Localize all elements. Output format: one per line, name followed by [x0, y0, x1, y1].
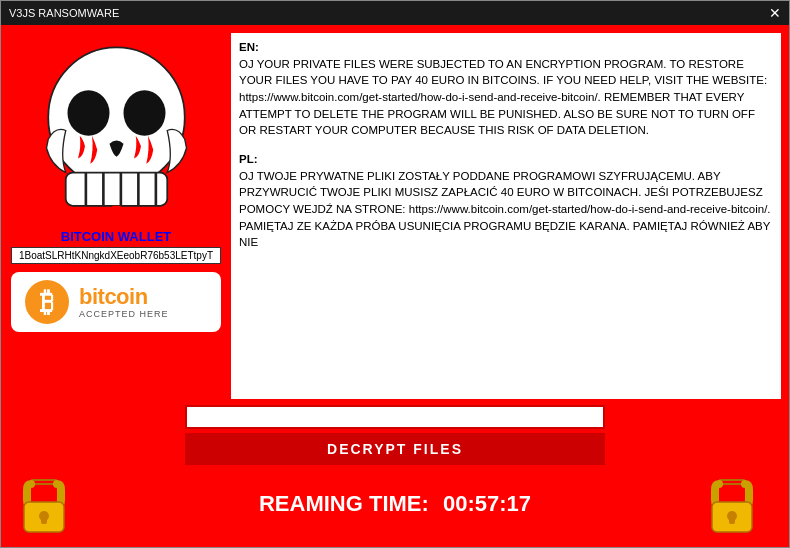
wallet-label: BITCOIN WALLET: [61, 229, 172, 244]
decrypt-button[interactable]: DECRYPT FILES: [185, 433, 605, 465]
wallet-address: 1BoatSLRHtKNngkdXEeobR76b53LETtpyT: [11, 247, 221, 264]
main-content: BITCOIN WALLET 1BoatSLRHtKNngkdXEeobR76b…: [1, 25, 789, 399]
bitcoin-text: bitcoin ACCEPTED HERE: [79, 286, 169, 319]
message-panel[interactable]: EN: OJ YOUR PRIVATE FILES WERE SUBJECTED…: [231, 33, 781, 399]
svg-point-1: [67, 90, 109, 136]
en-header: EN:: [239, 39, 773, 56]
svg-rect-16: [729, 516, 735, 524]
bottom-panel: DECRYPT FILES REAMING TIME: 00:57:17: [1, 399, 789, 547]
svg-point-2: [123, 90, 165, 136]
timer-display: REAMING TIME: 00:57:17: [91, 491, 699, 517]
timer-row: REAMING TIME: 00:57:17: [11, 469, 779, 539]
pl-header: PL:: [239, 151, 773, 168]
title-bar: V3JS RANSOMWARE ✕: [1, 1, 789, 25]
key-input[interactable]: [185, 405, 605, 429]
en-body: OJ YOUR PRIVATE FILES WERE SUBJECTED TO …: [239, 56, 773, 139]
svg-rect-12: [41, 516, 47, 524]
bitcoin-logo: ₿: [25, 280, 69, 324]
skull-image: [26, 35, 206, 225]
close-button[interactable]: ✕: [769, 6, 781, 20]
ransomware-window: V3JS RANSOMWARE ✕: [0, 0, 790, 548]
left-panel: BITCOIN WALLET 1BoatSLRHtKNngkdXEeobR76b…: [1, 25, 231, 399]
window-title: V3JS RANSOMWARE: [9, 7, 119, 19]
left-lock-icon: [11, 469, 91, 539]
right-lock-icon: [699, 469, 779, 539]
bitcoin-name: bitcoin: [79, 286, 148, 308]
pl-body: OJ TWOJE PRYWATNE PLIKI ZOSTAŁY PODDANE …: [239, 168, 773, 251]
bitcoin-badge: ₿ bitcoin ACCEPTED HERE: [11, 272, 221, 332]
accepted-here-label: ACCEPTED HERE: [79, 309, 169, 319]
timer-value: 00:57:17: [443, 491, 531, 516]
timer-label: REAMING TIME:: [259, 491, 429, 516]
svg-rect-3: [65, 172, 167, 205]
